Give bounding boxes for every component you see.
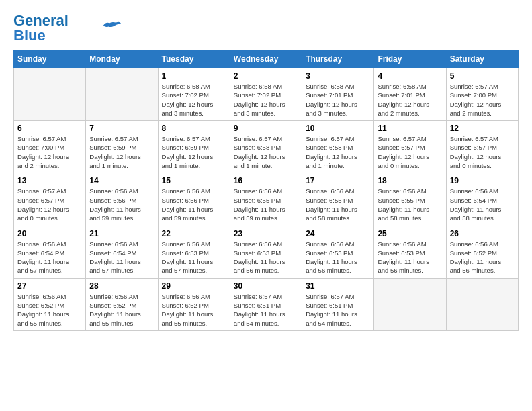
day-info: Sunrise: 6:58 AM Sunset: 7:01 PM Dayligh… <box>378 82 442 118</box>
day-number: 24 <box>306 229 370 238</box>
weekday-header-tuesday: Tuesday <box>158 50 230 68</box>
day-number: 6 <box>17 124 82 133</box>
day-cell-27: 27Sunrise: 6:56 AM Sunset: 6:52 PM Dayli… <box>14 278 86 330</box>
week-row-5: 27Sunrise: 6:56 AM Sunset: 6:52 PM Dayli… <box>14 278 519 330</box>
week-row-4: 20Sunrise: 6:56 AM Sunset: 6:54 PM Dayli… <box>14 226 519 278</box>
day-number: 21 <box>89 229 154 238</box>
day-cell-31: 31Sunrise: 6:57 AM Sunset: 6:51 PM Dayli… <box>302 278 374 330</box>
day-number: 31 <box>306 281 370 291</box>
day-info: Sunrise: 6:56 AM Sunset: 6:54 PM Dayligh… <box>17 240 82 275</box>
day-info: Sunrise: 6:57 AM Sunset: 6:59 PM Dayligh… <box>162 134 226 170</box>
day-number: 23 <box>234 229 298 238</box>
day-cell-13: 13Sunrise: 6:57 AM Sunset: 6:57 PM Dayli… <box>14 173 86 226</box>
day-info: Sunrise: 6:56 AM Sunset: 6:55 PM Dayligh… <box>378 187 442 222</box>
day-cell-14: 14Sunrise: 6:56 AM Sunset: 6:56 PM Dayli… <box>86 173 158 226</box>
day-cell-8: 8Sunrise: 6:57 AM Sunset: 6:59 PM Daylig… <box>158 121 230 173</box>
day-info: Sunrise: 6:57 AM Sunset: 6:58 PM Dayligh… <box>306 134 370 170</box>
day-number: 22 <box>162 229 226 238</box>
day-info: Sunrise: 6:57 AM Sunset: 6:59 PM Dayligh… <box>89 134 154 170</box>
day-number: 17 <box>306 176 370 185</box>
week-row-1: 1Sunrise: 6:58 AM Sunset: 7:02 PM Daylig… <box>14 68 519 121</box>
day-info: Sunrise: 6:58 AM Sunset: 7:02 PM Dayligh… <box>162 82 226 118</box>
day-info: Sunrise: 6:57 AM Sunset: 7:00 PM Dayligh… <box>450 82 515 118</box>
empty-cell <box>446 278 518 330</box>
weekday-header-row: SundayMondayTuesdayWednesdayThursdayFrid… <box>14 50 519 68</box>
day-number: 16 <box>234 176 298 185</box>
day-number: 1 <box>162 71 226 81</box>
day-number: 13 <box>17 176 82 185</box>
week-row-2: 6Sunrise: 6:57 AM Sunset: 7:00 PM Daylig… <box>14 121 519 173</box>
day-cell-10: 10Sunrise: 6:57 AM Sunset: 6:58 PM Dayli… <box>302 121 374 173</box>
day-cell-12: 12Sunrise: 6:57 AM Sunset: 6:57 PM Dayli… <box>446 121 518 173</box>
day-cell-23: 23Sunrise: 6:56 AM Sunset: 6:53 PM Dayli… <box>230 226 302 278</box>
day-cell-19: 19Sunrise: 6:56 AM Sunset: 6:54 PM Dayli… <box>446 173 518 226</box>
logo-text: GeneralBlue <box>13 13 69 43</box>
day-number: 19 <box>450 176 515 185</box>
day-info: Sunrise: 6:57 AM Sunset: 6:51 PM Dayligh… <box>234 292 298 328</box>
weekday-header-thursday: Thursday <box>302 50 374 68</box>
weekday-header-saturday: Saturday <box>446 50 518 68</box>
day-cell-17: 17Sunrise: 6:56 AM Sunset: 6:55 PM Dayli… <box>302 173 374 226</box>
weekday-header-friday: Friday <box>374 50 446 68</box>
day-number: 12 <box>450 124 515 133</box>
day-info: Sunrise: 6:56 AM Sunset: 6:52 PM Dayligh… <box>17 292 82 328</box>
weekday-header-wednesday: Wednesday <box>230 50 302 68</box>
day-cell-4: 4Sunrise: 6:58 AM Sunset: 7:01 PM Daylig… <box>374 68 446 121</box>
day-info: Sunrise: 6:57 AM Sunset: 7:00 PM Dayligh… <box>17 134 82 170</box>
day-info: Sunrise: 6:57 AM Sunset: 6:57 PM Dayligh… <box>450 134 515 170</box>
day-info: Sunrise: 6:57 AM Sunset: 6:58 PM Dayligh… <box>234 134 298 170</box>
day-cell-7: 7Sunrise: 6:57 AM Sunset: 6:59 PM Daylig… <box>86 121 158 173</box>
day-number: 20 <box>17 229 82 238</box>
weekday-header-monday: Monday <box>86 50 158 68</box>
day-number: 29 <box>162 281 226 291</box>
day-number: 11 <box>378 124 442 133</box>
day-info: Sunrise: 6:56 AM Sunset: 6:53 PM Dayligh… <box>378 240 442 275</box>
day-number: 10 <box>306 124 370 133</box>
day-info: Sunrise: 6:57 AM Sunset: 6:57 PM Dayligh… <box>17 187 82 222</box>
day-cell-9: 9Sunrise: 6:57 AM Sunset: 6:58 PM Daylig… <box>230 121 302 173</box>
day-number: 2 <box>234 71 298 81</box>
page-header: GeneralBlue <box>13 13 519 43</box>
day-number: 15 <box>162 176 226 185</box>
day-info: Sunrise: 6:56 AM Sunset: 6:53 PM Dayligh… <box>234 240 298 275</box>
empty-cell <box>86 68 158 121</box>
day-info: Sunrise: 6:56 AM Sunset: 6:56 PM Dayligh… <box>162 187 226 222</box>
day-cell-22: 22Sunrise: 6:56 AM Sunset: 6:53 PM Dayli… <box>158 226 230 278</box>
day-info: Sunrise: 6:56 AM Sunset: 6:53 PM Dayligh… <box>306 240 370 275</box>
logo: GeneralBlue <box>13 13 121 43</box>
weekday-header-sunday: Sunday <box>14 50 86 68</box>
day-cell-2: 2Sunrise: 6:58 AM Sunset: 7:02 PM Daylig… <box>230 68 302 121</box>
day-cell-3: 3Sunrise: 6:58 AM Sunset: 7:01 PM Daylig… <box>302 68 374 121</box>
day-number: 30 <box>234 281 298 291</box>
logo-blue: Blue <box>13 27 46 44</box>
day-number: 5 <box>450 71 515 81</box>
day-info: Sunrise: 6:57 AM Sunset: 6:51 PM Dayligh… <box>306 292 370 328</box>
day-number: 7 <box>89 124 154 133</box>
day-info: Sunrise: 6:56 AM Sunset: 6:55 PM Dayligh… <box>306 187 370 222</box>
day-cell-18: 18Sunrise: 6:56 AM Sunset: 6:55 PM Dayli… <box>374 173 446 226</box>
day-cell-21: 21Sunrise: 6:56 AM Sunset: 6:54 PM Dayli… <box>86 226 158 278</box>
calendar-table: SundayMondayTuesdayWednesdayThursdayFrid… <box>13 50 519 331</box>
day-info: Sunrise: 6:56 AM Sunset: 6:52 PM Dayligh… <box>450 240 515 275</box>
day-cell-5: 5Sunrise: 6:57 AM Sunset: 7:00 PM Daylig… <box>446 68 518 121</box>
day-cell-11: 11Sunrise: 6:57 AM Sunset: 6:57 PM Dayli… <box>374 121 446 173</box>
day-number: 26 <box>450 229 515 238</box>
day-info: Sunrise: 6:56 AM Sunset: 6:53 PM Dayligh… <box>162 240 226 275</box>
day-number: 8 <box>162 124 226 133</box>
day-info: Sunrise: 6:58 AM Sunset: 7:01 PM Dayligh… <box>306 82 370 118</box>
day-number: 27 <box>17 281 82 291</box>
day-info: Sunrise: 6:56 AM Sunset: 6:56 PM Dayligh… <box>89 187 154 222</box>
day-number: 18 <box>378 176 442 185</box>
day-cell-24: 24Sunrise: 6:56 AM Sunset: 6:53 PM Dayli… <box>302 226 374 278</box>
day-info: Sunrise: 6:58 AM Sunset: 7:02 PM Dayligh… <box>234 82 298 118</box>
day-cell-30: 30Sunrise: 6:57 AM Sunset: 6:51 PM Dayli… <box>230 278 302 330</box>
day-number: 3 <box>306 71 370 81</box>
day-cell-26: 26Sunrise: 6:56 AM Sunset: 6:52 PM Dayli… <box>446 226 518 278</box>
day-number: 25 <box>378 229 442 238</box>
day-info: Sunrise: 6:57 AM Sunset: 6:57 PM Dayligh… <box>378 134 442 170</box>
day-cell-25: 25Sunrise: 6:56 AM Sunset: 6:53 PM Dayli… <box>374 226 446 278</box>
day-cell-6: 6Sunrise: 6:57 AM Sunset: 7:00 PM Daylig… <box>14 121 86 173</box>
day-cell-15: 15Sunrise: 6:56 AM Sunset: 6:56 PM Dayli… <box>158 173 230 226</box>
day-number: 4 <box>378 71 442 81</box>
day-info: Sunrise: 6:56 AM Sunset: 6:52 PM Dayligh… <box>89 292 154 328</box>
